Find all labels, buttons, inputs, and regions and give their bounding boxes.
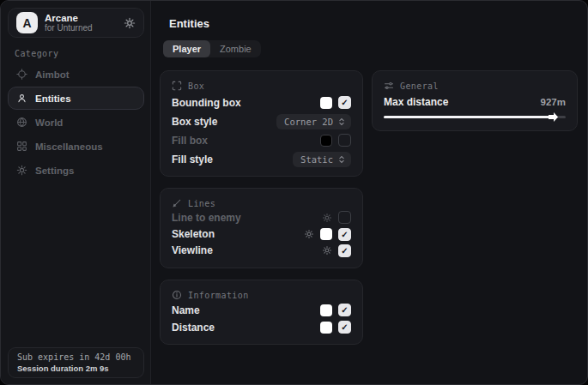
- setting-row-name: Name: [172, 303, 351, 317]
- sidebar-nav: Aimbot Entities World: [8, 63, 144, 182]
- setting-label: Box style: [172, 116, 217, 128]
- setting-row-fill-style: Fill style Static: [172, 152, 351, 166]
- section-title: Lines: [188, 199, 215, 208]
- gear-icon[interactable]: [322, 213, 332, 223]
- checkbox[interactable]: [338, 304, 351, 316]
- gear-icon[interactable]: [304, 229, 314, 239]
- section-information: Information Name Distance: [160, 280, 363, 345]
- checkbox[interactable]: [338, 134, 351, 147]
- app-title: Arcane: [45, 13, 117, 24]
- globe-icon: [16, 117, 27, 128]
- brand-card: A Arcane for Unturned: [8, 8, 144, 38]
- section-header: General: [384, 81, 566, 91]
- setting-row-skeleton: Skeleton: [172, 227, 351, 242]
- section-header: Information: [172, 290, 351, 300]
- setting-row-line-to-enemy: Line to enemy: [172, 210, 351, 225]
- setting-row-fill-box: Fill box: [172, 133, 351, 147]
- section-title: Information: [188, 291, 249, 300]
- max-distance-slider[interactable]: [384, 113, 566, 121]
- section-title: General: [400, 81, 439, 91]
- chevron-up-down-icon: [337, 155, 346, 164]
- sidebar-item-label: Aimbot: [35, 69, 70, 80]
- setting-label: Fill style: [172, 153, 213, 165]
- pencil-line-icon: [172, 198, 182, 208]
- category-label: Category: [15, 49, 58, 58]
- sidebar: A Arcane for Unturned Category A: [1, 1, 151, 384]
- app-window: A Arcane for Unturned Category A: [0, 0, 588, 385]
- setting-row-box-style: Box style Corner 2D: [172, 114, 351, 129]
- color-swatch[interactable]: [320, 135, 332, 147]
- setting-row-viewline: Viewline: [172, 244, 351, 258]
- gear-icon: [16, 165, 27, 176]
- sidebar-item-entities[interactable]: Entities: [8, 87, 144, 110]
- setting-label: Name: [172, 304, 200, 316]
- setting-label: Max distance: [384, 96, 448, 108]
- sidebar-item-aimbot[interactable]: Aimbot: [8, 63, 144, 86]
- checkbox[interactable]: [338, 211, 351, 224]
- frame-corners-icon: [172, 81, 182, 91]
- setting-label: Fill box: [172, 135, 208, 147]
- sub-expires-text: Sub expires in 42d 00h: [17, 352, 135, 362]
- slider-value: 927m: [541, 97, 566, 107]
- info-circle-icon: [172, 290, 182, 300]
- checkbox[interactable]: [338, 321, 351, 334]
- slider-fill: [384, 116, 551, 118]
- dropdown-value: Static: [300, 154, 333, 165]
- gear-icon[interactable]: [124, 17, 136, 29]
- brand-text: Arcane for Unturned: [45, 13, 117, 33]
- layout-grid-icon: [16, 141, 27, 152]
- crosshair-icon: [16, 69, 27, 80]
- setting-row-max-distance: Max distance 927m: [384, 95, 566, 110]
- dropdown[interactable]: Static: [293, 152, 351, 167]
- color-swatch[interactable]: [320, 97, 332, 109]
- section-header: Lines: [172, 198, 351, 208]
- app-subtitle: for Unturned: [45, 23, 117, 33]
- section-general: General Max distance 927m: [372, 70, 578, 131]
- sidebar-item-settings[interactable]: Settings: [8, 159, 144, 182]
- checkbox[interactable]: [338, 244, 351, 257]
- page-title: Entities: [169, 17, 209, 30]
- tab-strip: Player Zombie: [163, 40, 261, 57]
- setting-row-distance: Distance: [172, 320, 351, 334]
- checkbox[interactable]: [338, 228, 351, 241]
- session-duration-text: Session duration 2m 9s: [17, 364, 135, 373]
- section-title: Box: [188, 81, 204, 91]
- section-lines: Lines Line to enemy Skeleton: [160, 188, 363, 268]
- setting-label: Viewline: [172, 244, 213, 256]
- section-box: Box Bounding box Box style Corner 2D Fil…: [160, 70, 363, 177]
- sidebar-item-label: Settings: [35, 165, 74, 176]
- color-swatch[interactable]: [320, 322, 332, 334]
- gear-icon[interactable]: [322, 245, 332, 256]
- sliders-icon: [384, 81, 394, 91]
- checkbox[interactable]: [338, 96, 351, 109]
- sidebar-item-label: World: [35, 117, 63, 128]
- sidebar-item-label: Miscellaneous: [35, 141, 103, 152]
- sidebar-item-label: Entities: [35, 93, 71, 104]
- setting-row-bounding-box: Bounding box: [172, 95, 351, 110]
- setting-label: Bounding box: [172, 97, 241, 109]
- app-logo: A: [16, 12, 38, 33]
- sidebar-item-world[interactable]: World: [8, 111, 144, 134]
- setting-label: Skeleton: [172, 228, 215, 240]
- dropdown[interactable]: Corner 2D: [276, 114, 351, 129]
- color-swatch[interactable]: [320, 304, 332, 316]
- dropdown-value: Corner 2D: [284, 117, 333, 127]
- section-header: Box: [172, 81, 351, 91]
- setting-label: Line to enemy: [172, 212, 241, 224]
- sidebar-item-miscellaneous[interactable]: Miscellaneous: [8, 135, 144, 158]
- chevron-up-down-icon: [337, 117, 346, 126]
- slider-handle[interactable]: [549, 112, 558, 122]
- tab-zombie[interactable]: Zombie: [210, 40, 261, 57]
- subscription-card: Sub expires in 42d 00h Session duration …: [8, 347, 144, 378]
- tab-player[interactable]: Player: [163, 40, 210, 57]
- person-scan-icon: [16, 93, 27, 104]
- color-swatch[interactable]: [320, 228, 332, 240]
- setting-label: Distance: [172, 322, 215, 334]
